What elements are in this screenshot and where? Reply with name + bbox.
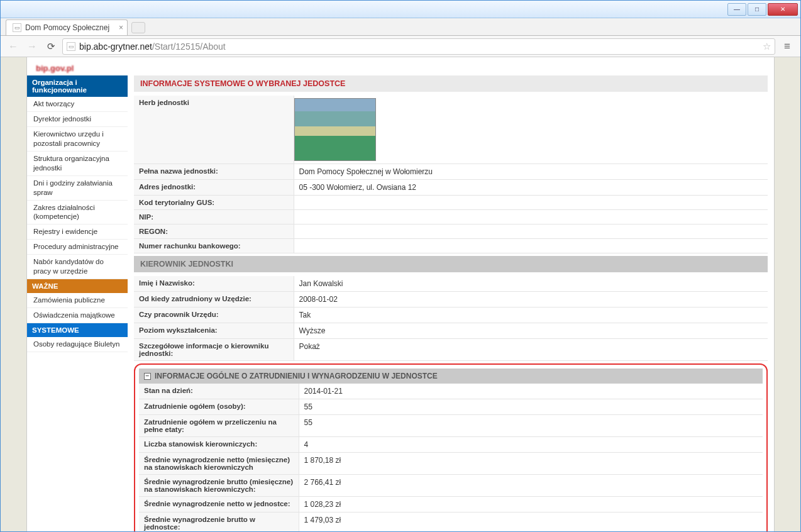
back-button[interactable]: ← <box>6 39 21 54</box>
row-value: 55 <box>299 399 763 415</box>
tab-title: Dom Pomocy Społecznej <box>25 23 109 32</box>
sidebar-item[interactable]: Nabór kandydatów do pracy w urzędzie <box>27 255 128 279</box>
page-body: bip.gov.pl Organizacja i funkcjonowanie … <box>26 57 775 531</box>
page-viewport[interactable]: bip.gov.pl Organizacja i funkcjonowanie … <box>1 57 800 531</box>
sidebar: Organizacja i funkcjonowanie Akt tworząc… <box>27 75 128 531</box>
row-value: 55 <box>299 415 763 437</box>
row-label: REGON: <box>134 224 294 239</box>
row-label: Pełna nazwa jednostki: <box>134 164 294 180</box>
collapse-minus-icon: − <box>144 373 151 380</box>
bookmark-star-icon[interactable]: ☆ <box>763 41 771 52</box>
row-label: Adres jednostki: <box>134 180 294 196</box>
sidebar-item[interactable]: Struktura organizacyjna jednostki <box>27 152 128 176</box>
new-tab-button[interactable] <box>131 22 145 33</box>
window-titlebar: — □ ✕ <box>1 1 800 18</box>
url-text: bip.abc-grytner.net/Start/12515/About <box>79 42 226 52</box>
sidebar-item[interactable]: Akt tworzący <box>27 97 128 112</box>
sidebar-item[interactable]: Zamówienia publiczne <box>27 293 128 308</box>
row-value <box>294 210 768 224</box>
sidebar-item[interactable]: Osoby redagujące Biuletyn <box>27 337 128 352</box>
row-value: 1 028,23 zł <box>299 497 763 513</box>
row-value <box>294 239 768 253</box>
forward-button[interactable]: → <box>25 39 40 54</box>
section-title-systemowe: INFORMACJE SYSTEMOWE O WYBRANEJ JEDOSTCE <box>134 75 768 92</box>
row-label: Herb jednostki <box>134 96 294 164</box>
browser-tab[interactable]: ▭ Dom Pomocy Społecznej × <box>6 19 128 35</box>
row-label: Czy pracownik Urzędu: <box>134 308 294 323</box>
row-value: 1 479,03 zł <box>299 513 763 532</box>
address-bar[interactable]: ▭ bip.abc-grytner.net/Start/12515/About … <box>62 38 775 55</box>
sidebar-header-wazne[interactable]: WAŻNE <box>27 279 128 293</box>
highlighted-section: − INFORMACJE OGÓLNE O ZATRUDNIENIU I WYN… <box>134 363 768 531</box>
row-value-pokaz[interactable]: Pokaż <box>294 339 768 361</box>
sidebar-header-systemowe[interactable]: SYSTEMOWE <box>27 323 128 337</box>
row-label: Średnie wynagrodzenie brutto w jednostce… <box>139 513 299 532</box>
window-close-button[interactable]: ✕ <box>768 3 798 16</box>
section-title-kierownik: KIEROWNIK JEDNOSTKI <box>134 256 768 272</box>
sidebar-item[interactable]: Dyrektor jednostki <box>27 112 128 127</box>
row-label: Średnie wynagrodzenie netto (miesięczne)… <box>139 453 299 475</box>
herb-image <box>294 98 376 161</box>
sidebar-item[interactable]: Kierownictwo urzędu i pozostali pracowni… <box>27 127 128 152</box>
row-label: Kod terytorialny GUS: <box>134 196 294 210</box>
row-value <box>294 196 768 210</box>
sidebar-item[interactable]: Zakres działalności (kompetencje) <box>27 201 128 225</box>
row-value: 2 766,41 zł <box>299 475 763 497</box>
site-identity-icon: ▭ <box>67 42 75 51</box>
row-label: NIP: <box>134 210 294 224</box>
row-value: Dom Pomocy Społecznej w Wołomierzu <box>294 164 768 180</box>
site-brand: bip.gov.pl <box>27 64 774 73</box>
tab-close-icon[interactable]: × <box>119 23 123 32</box>
row-value: 05 -300 Wołomierz, ul. Owsiana 12 <box>294 180 768 196</box>
row-label: Zatrudnienie ogółem w przeliczeniu na pe… <box>139 415 299 437</box>
row-value: Wyższe <box>294 323 768 339</box>
row-label: Szczegółowe informacje o kierowniku jedn… <box>134 339 294 361</box>
browser-toolbar: ← → ⟳ ▭ bip.abc-grytner.net/Start/12515/… <box>1 36 800 57</box>
row-value: 2014-01-21 <box>299 384 763 399</box>
row-value <box>294 224 768 239</box>
menu-button[interactable]: ≡ <box>779 38 795 55</box>
sidebar-header-organizacja[interactable]: Organizacja i funkcjonowanie <box>27 75 128 97</box>
page-favicon-icon: ▭ <box>13 23 21 32</box>
main-content: INFORMACJE SYSTEMOWE O WYBRANEJ JEDOSTCE… <box>128 75 774 531</box>
row-label: Średnie wynagrodzenie netto w jednostce: <box>139 497 299 513</box>
collapse-header-zatrudnienie[interactable]: − INFORMACJE OGÓLNE O ZATRUDNIENIU I WYN… <box>139 369 763 384</box>
reload-button[interactable]: ⟳ <box>43 39 58 54</box>
row-value-herb <box>294 96 768 164</box>
row-label: Numer rachunku bankowego: <box>134 239 294 253</box>
collapse-title: INFORMACJE OGÓLNE O ZATRUDNIENIU I WYNAG… <box>155 372 438 380</box>
info-table-zatrudnienie: Stan na dzień:2014-01-21 Zatrudnienie og… <box>139 384 763 531</box>
row-value: 2008-01-02 <box>294 292 768 308</box>
row-value: Jan Kowalski <box>294 276 768 292</box>
info-table-kierownik: Imię i Nazwisko:Jan Kowalski Od kiedy za… <box>134 276 768 361</box>
row-label: Stan na dzień: <box>139 384 299 399</box>
row-label: Od kiedy zatrudniony w Uzędzie: <box>134 292 294 308</box>
row-label: Imię i Nazwisko: <box>134 276 294 292</box>
browser-window: — □ ✕ ▭ Dom Pomocy Społecznej × ← → ⟳ ▭ … <box>0 0 801 532</box>
row-label: Poziom wykształcenia: <box>134 323 294 339</box>
info-table-jednostka: Herb jednostki Pełna nazwa jednostki:Dom… <box>134 96 768 253</box>
row-value: 1 870,18 zł <box>299 453 763 475</box>
row-value: 4 <box>299 437 763 453</box>
row-label: Zatrudnienie ogółem (osoby): <box>139 399 299 415</box>
sidebar-item[interactable]: Dni i godziny załatwiania spraw <box>27 176 128 201</box>
row-value: Tak <box>294 308 768 323</box>
sidebar-item[interactable]: Procedury administracyjne <box>27 240 128 255</box>
window-maximize-button[interactable]: □ <box>748 3 766 16</box>
tab-strip: ▭ Dom Pomocy Społecznej × <box>1 18 800 36</box>
row-label: Liczba stanowisk kierowniczych: <box>139 437 299 453</box>
window-minimize-button[interactable]: — <box>727 3 746 16</box>
sidebar-item[interactable]: Rejestry i ewidencje <box>27 224 128 240</box>
row-label: Średnie wynagrodzenie brutto (miesięczne… <box>139 475 299 497</box>
sidebar-item[interactable]: Oświadczenia majątkowe <box>27 308 128 323</box>
